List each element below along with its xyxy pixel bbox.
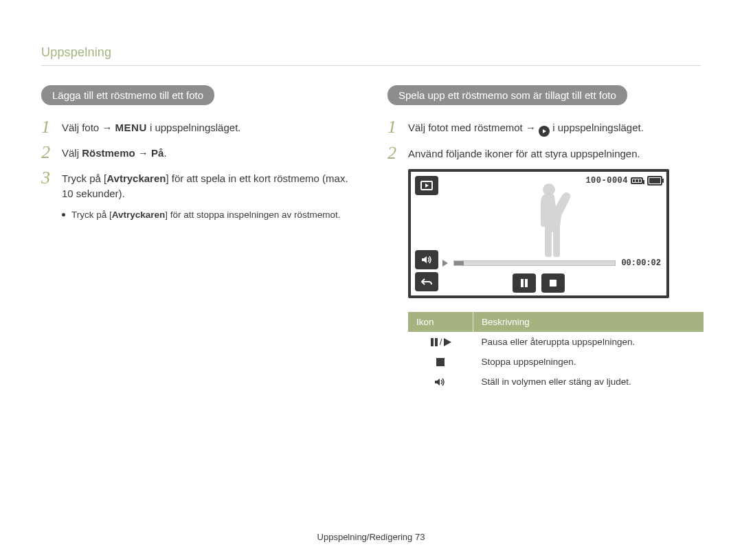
- right-heading: Spela upp ett röstmemo som är tillagt ti…: [387, 85, 627, 105]
- svg-rect-6: [550, 280, 556, 287]
- volume-icon: [408, 372, 473, 392]
- left-step-2: 2 Välj Röstmemo → På.: [41, 143, 355, 161]
- desc: Pausa eller återuppta uppspelningen.: [473, 332, 704, 352]
- table-row: Stoppa uppspelningen.: [408, 352, 704, 372]
- text: i uppspelningsläget.: [550, 122, 644, 133]
- arrow-icon: →: [135, 147, 151, 159]
- battery-icon: [647, 176, 662, 186]
- left-step-1: 1 Välj foto → MENU i uppspelningsläget.: [41, 117, 355, 136]
- button-label: Avtryckaren: [112, 210, 166, 220]
- svg-rect-7: [431, 338, 434, 346]
- text: ] för att stoppa inspelningen av röstmem…: [165, 210, 340, 220]
- step-body: Tryck på [Avtryckaren] för att spela in …: [62, 168, 355, 201]
- text-bold: Röstmemo: [82, 147, 135, 159]
- step-body: Använd följande ikoner för att styra upp…: [408, 144, 701, 161]
- step-number: 2: [41, 143, 62, 161]
- left-heading: Lägga till ett röstmemo till ett foto: [41, 85, 214, 105]
- memory-icon: [631, 177, 643, 184]
- manual-page: Uppspelning Lägga till ett röstmemo till…: [0, 0, 742, 560]
- step-number: 1: [387, 117, 408, 136]
- svg-marker-1: [425, 183, 429, 188]
- table-row: Ställ in volymen eller stäng av ljudet.: [408, 372, 704, 392]
- menu-icon: MENU: [115, 122, 147, 133]
- svg-marker-11: [435, 379, 440, 385]
- progress-track[interactable]: [453, 260, 616, 266]
- playback-mode-icon[interactable]: [415, 176, 438, 195]
- bullet-item: Tryck på [Avtryckaren] för att stoppa in…: [62, 208, 355, 222]
- table-row: / Pausa eller återuppta uppspelningen.: [408, 332, 704, 352]
- svg-rect-5: [525, 279, 528, 287]
- play-marker-icon: [442, 260, 448, 267]
- left-column: Lägga till ett röstmemo till ett foto 1 …: [41, 85, 355, 392]
- progress-bar: 00:00:02: [442, 258, 661, 268]
- page-footer: Uppspelning/Redigering 73: [0, 532, 742, 542]
- two-column-layout: Lägga till ett röstmemo till ett foto 1 …: [41, 85, 701, 392]
- desc: Stoppa uppspelningen.: [473, 352, 704, 372]
- text: i uppspelningsläget.: [147, 122, 241, 133]
- step-number: 2: [387, 144, 408, 162]
- step-number: 1: [41, 117, 62, 136]
- transport-controls: [411, 273, 666, 293]
- text: .: [164, 147, 166, 159]
- camera-lcd: 100-0004 00:00:02: [408, 169, 669, 298]
- svg-rect-8: [435, 338, 438, 346]
- arrow-icon: →: [526, 122, 539, 133]
- th-icon: Ikon: [408, 312, 473, 332]
- elapsed-time: 00:00:02: [621, 258, 661, 268]
- text: Välj foto: [62, 122, 102, 133]
- text-bold: På: [151, 147, 164, 159]
- right-column: Spela upp ett röstmemo som är tillagt ti…: [387, 85, 701, 392]
- page-section-title: Uppspelning: [41, 45, 701, 60]
- desc: Ställ in volymen eller stäng av ljudet.: [473, 372, 704, 392]
- step-number: 3: [41, 168, 62, 187]
- text: Tryck på [: [71, 210, 112, 220]
- pause-button[interactable]: [513, 273, 536, 293]
- person-silhouette: [520, 181, 582, 259]
- file-counter: 100-0004: [585, 176, 628, 186]
- footer-text: Uppspelning/Redigering: [317, 532, 413, 542]
- divider: [41, 65, 701, 66]
- right-step-1: 1 Välj fotot med röstmemot → i uppspelni…: [387, 117, 701, 137]
- play-circle-icon: [539, 126, 550, 137]
- right-step-2: 2 Använd följande ikoner för att styra u…: [387, 144, 701, 162]
- arrow-icon: →: [102, 122, 112, 133]
- svg-rect-4: [521, 279, 524, 287]
- step-body: Välj fotot med röstmemot → i uppspelning…: [408, 117, 701, 137]
- button-label: Avtryckaren: [106, 172, 166, 184]
- th-desc: Beskrivning: [473, 312, 704, 332]
- pause-play-icon: /: [408, 332, 473, 352]
- lcd-status: 100-0004: [585, 176, 662, 186]
- left-bullets: Tryck på [Avtryckaren] för att stoppa in…: [41, 208, 355, 222]
- stop-icon: [408, 352, 473, 372]
- page-number: 73: [415, 532, 425, 542]
- step-body: Välj foto → MENU i uppspelningsläget.: [62, 117, 355, 135]
- step-body: Välj Röstmemo → På.: [62, 143, 355, 161]
- svg-marker-2: [422, 256, 427, 263]
- stop-button[interactable]: [541, 273, 565, 293]
- text: Tryck på [: [62, 172, 106, 184]
- left-step-3: 3 Tryck på [Avtryckaren] för att spela i…: [41, 168, 355, 201]
- svg-marker-9: [444, 338, 451, 346]
- icon-description-table: Ikon Beskrivning / Pausa eller återuppta…: [408, 312, 704, 392]
- svg-rect-10: [436, 358, 445, 366]
- text: Välj: [62, 147, 82, 159]
- text: Välj fotot med röstmemot: [408, 122, 526, 133]
- volume-icon[interactable]: [415, 250, 438, 269]
